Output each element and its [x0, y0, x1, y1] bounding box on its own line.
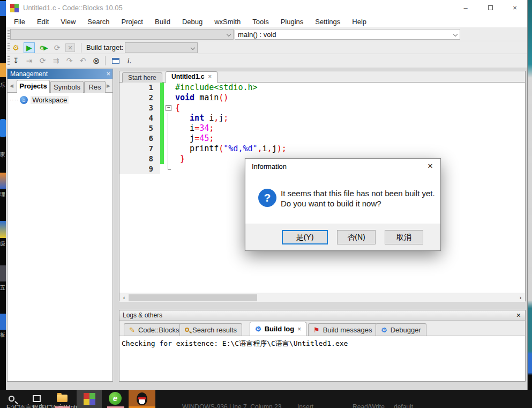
dialog-close-icon[interactable]: ×: [428, 161, 433, 172]
folder-icon: [57, 395, 68, 402]
step-into-button[interactable]: ↷: [64, 55, 75, 66]
task-view-icon: [33, 395, 41, 402]
taskbar-explorer-button[interactable]: [55, 391, 69, 405]
fold-margin: [164, 144, 173, 154]
change-bar: [160, 93, 164, 103]
menu-tools[interactable]: Tools: [246, 18, 274, 26]
menu-plugins[interactable]: Plugins: [275, 18, 310, 26]
chevron-down-icon: [453, 32, 458, 36]
menu-project[interactable]: Project: [116, 18, 149, 26]
logs-close-icon[interactable]: ×: [516, 310, 521, 321]
debug-window-icon: [112, 58, 119, 64]
desktop-icon-fragment: [0, 314, 6, 330]
scope-combo[interactable]: [10, 29, 234, 40]
toolbar-grip[interactable]: [8, 43, 10, 51]
close-button[interactable]: ×: [503, 0, 527, 16]
desktop-icon-fragment: [0, 265, 6, 281]
build-target-combo[interactable]: [125, 42, 198, 53]
stop-debugger-button[interactable]: ⊗: [91, 55, 102, 66]
fold-margin[interactable]: [164, 103, 173, 113]
desktop-icon-label: 板: [0, 331, 6, 339]
tab-resources[interactable]: Res: [84, 81, 106, 93]
run-button[interactable]: ▶: [24, 42, 35, 53]
tab-scroll-right-icon[interactable]: ▶: [107, 83, 110, 88]
tab-label: Build log: [265, 325, 295, 333]
abort-button[interactable]: ✕: [65, 43, 75, 52]
menu-view[interactable]: View: [55, 18, 81, 26]
tab-label: Code::Blocks: [138, 326, 179, 334]
build-and-run-button[interactable]: ⚙▶: [38, 42, 49, 53]
desktop-icon-label: 乐: [0, 81, 6, 89]
taskbar-browser-button[interactable]: e: [108, 391, 122, 405]
workspace-node[interactable]: ···· ⌂ Workspace: [10, 96, 69, 104]
build-target-label: Build target:: [86, 43, 123, 51]
menu-build[interactable]: Build: [149, 18, 176, 26]
tab-symbols[interactable]: Symbols: [50, 81, 84, 93]
menu-help[interactable]: Help: [346, 18, 372, 26]
management-close-icon[interactable]: ×: [106, 69, 110, 79]
tab-close-icon[interactable]: ×: [208, 73, 212, 80]
debug-info-button[interactable]: i.: [124, 55, 135, 66]
debug-windows-button[interactable]: [110, 55, 121, 66]
chevron-down-icon: [191, 46, 195, 50]
tab-start-here[interactable]: Start here: [122, 72, 162, 83]
tab-build-log[interactable]: ⚙ Build log ×: [250, 322, 306, 336]
step-over-button[interactable]: ⟳: [37, 55, 48, 66]
taskbar-search-button[interactable]: [4, 391, 18, 405]
menu-edit[interactable]: Edit: [31, 18, 55, 26]
no-button[interactable]: 否(N): [337, 230, 376, 244]
taskbar-taskview-button[interactable]: [29, 391, 43, 405]
menu-debug[interactable]: Debug: [176, 18, 208, 26]
menu-wxsmith[interactable]: wxSmith: [208, 18, 246, 26]
debugger-toolbar: ↧ ⇥ ⟳ ⇉ ↷ ↶ ⊗ i.: [6, 54, 527, 68]
toolbar-grip[interactable]: [8, 30, 10, 39]
code-line: 6 j=45;: [119, 133, 525, 144]
management-tab-bar: ◀ Projects Symbols Res ▶: [8, 79, 113, 93]
toolbar-grip[interactable]: [8, 56, 10, 65]
change-bar: [160, 103, 164, 113]
rebuild-button[interactable]: ⟳: [51, 42, 63, 53]
run-to-cursor-button[interactable]: ⇥: [24, 55, 35, 66]
qq-penguin-icon: [137, 392, 147, 405]
code-line: 1#include<stdio.h>: [119, 83, 525, 93]
maximize-button[interactable]: [478, 0, 503, 16]
desktop-icon-fragment: [0, 221, 6, 238]
scroll-left-icon[interactable]: ‹: [120, 294, 128, 302]
tab-codeblocks-log[interactable]: ✎ Code::Blocks: [124, 323, 185, 336]
scroll-right-icon[interactable]: ›: [516, 294, 524, 302]
step-out-button[interactable]: ↶: [77, 55, 88, 66]
fold-margin: [164, 113, 173, 123]
tab-close-icon[interactable]: ×: [297, 325, 301, 333]
cancel-button[interactable]: 取消: [385, 230, 423, 244]
menu-search[interactable]: Search: [81, 18, 115, 26]
menu-settings[interactable]: Settings: [309, 18, 346, 26]
editor-hscrollbar[interactable]: ‹ ›: [119, 293, 525, 302]
question-icon: ?: [258, 189, 276, 207]
desktop-right-strip: [528, 0, 532, 408]
tab-projects[interactable]: Projects: [17, 80, 50, 93]
scrollbar-thumb[interactable]: [129, 294, 257, 301]
debug-continue-button[interactable]: ↧: [10, 55, 21, 66]
fold-margin: [164, 123, 173, 133]
code-text: }: [175, 154, 185, 164]
desktop-icon-label: 五: [0, 284, 6, 292]
change-bar: [160, 154, 164, 164]
tab-scroll-left-icon[interactable]: ◀: [10, 83, 13, 88]
symbol-combo[interactable]: main() : void: [235, 29, 460, 40]
menu-file[interactable]: File: [8, 18, 31, 26]
build-button[interactable]: ⚙: [10, 42, 21, 53]
yes-button[interactable]: 是(Y): [282, 230, 328, 244]
tab-build-messages[interactable]: ⚑ Build messages: [308, 323, 377, 336]
taskbar-qq-button[interactable]: [129, 390, 155, 408]
minimize-button[interactable]: –: [453, 0, 478, 16]
tab-untitled1c[interactable]: Untitled1.c×: [166, 71, 218, 83]
window-title: Untitled1.c - Code::Blocks 10.05: [23, 4, 123, 12]
next-instruction-button[interactable]: ⇉: [50, 55, 62, 66]
tab-search-results[interactable]: Search results: [179, 323, 242, 336]
workspace-house-icon: ⌂: [20, 96, 28, 104]
logs-panel: Logs & others × ✎ Code::Blocks Search re…: [119, 310, 526, 382]
desktop-icon-label: 级: [0, 240, 6, 248]
taskbar-codeblocks-button[interactable]: [77, 390, 102, 408]
code-text: int i,j;: [175, 113, 228, 123]
tab-debugger[interactable]: ⚙ Debugger: [376, 323, 426, 336]
